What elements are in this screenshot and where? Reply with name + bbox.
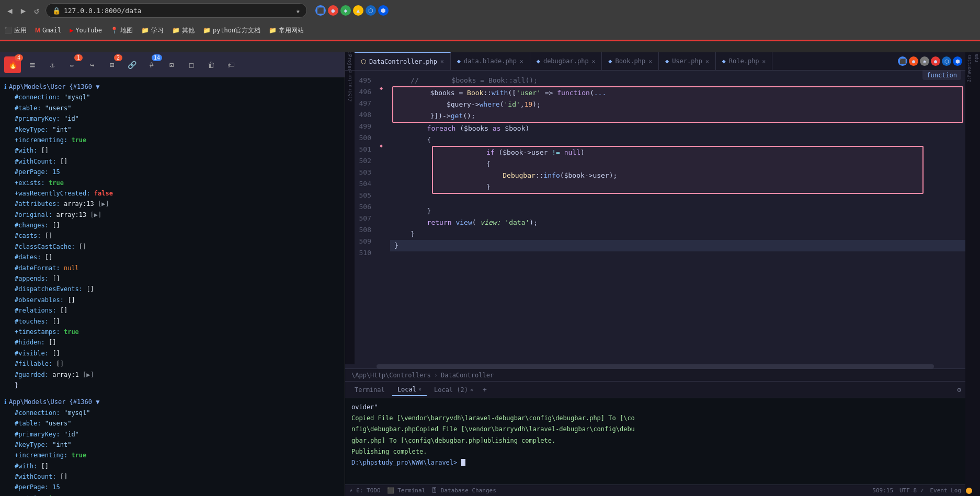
bookmark-study[interactable]: 📁学习: [141, 26, 164, 35]
label-icon-btn[interactable]: 🏷: [223, 56, 240, 73]
reload-button[interactable]: ↺: [32, 4, 41, 18]
bookmark-maps[interactable]: 📍地图: [110, 26, 133, 35]
tab-close-debugbar[interactable]: ✕: [592, 58, 596, 65]
chrome-ext-1[interactable]: ⬛: [898, 56, 907, 66]
tab-close-book[interactable]: ✕: [648, 58, 652, 65]
flame-badge: 4: [15, 54, 23, 61]
edit-icon-btn[interactable]: ✏️ 1: [64, 56, 81, 73]
label-icon: 🏷: [227, 61, 235, 69]
ext-icon-4[interactable]: ▲: [353, 5, 363, 16]
gutter: ◆ ◆: [380, 71, 390, 364]
terminal-tab-local2[interactable]: Local (2) ✕: [429, 384, 478, 396]
code-line-501: if ($book->user != null): [433, 147, 922, 158]
npm-sidebar: npm: [973, 52, 980, 496]
status-event-log[interactable]: Event Log: [930, 487, 961, 494]
tab-role[interactable]: ◆ Role.php ✕: [716, 52, 773, 71]
bookmark-apps[interactable]: ⬛应用: [4, 26, 27, 35]
term-line-1: ovider": [351, 402, 959, 412]
tab-close-user[interactable]: ✕: [705, 58, 709, 65]
horizontal-scrollbar[interactable]: [377, 364, 934, 368]
terminal-tabs: Terminal Local ✕ Local (2) ✕ + ⚙: [345, 382, 965, 398]
tab-label-datacontroller: DataController.php: [369, 58, 437, 65]
line-numbers: 495 496 497 498 499 500 501 502 503 504 …: [355, 71, 380, 364]
code-line-505: [390, 194, 965, 205]
local-tab-close[interactable]: ✕: [418, 386, 421, 392]
terminal-area: Terminal Local ✕ Local (2) ✕ + ⚙ ovider"…: [345, 381, 965, 496]
grid-icon-btn[interactable]: ⊡: [163, 56, 180, 73]
forward-button[interactable]: ▶: [19, 4, 28, 18]
ext-icon-3[interactable]: ◆: [340, 5, 351, 16]
debugbar-panel: 🔥 4 ≡ ⚓ ✏️ 1 ↪ ⊞ 2 🔗: [0, 52, 345, 496]
flame-icon-btn[interactable]: 🔥 4: [4, 56, 21, 73]
tab-close-blade[interactable]: ✕: [520, 58, 523, 65]
tab-data-blade[interactable]: ◆ data.blade.php ✕: [451, 52, 530, 71]
link-icon-btn[interactable]: 🔗: [123, 56, 140, 73]
ext-icon-6[interactable]: ⬢: [378, 5, 389, 16]
url-bar[interactable]: 🔒 127.0.0.1:8000/data ★: [45, 3, 307, 18]
term-line-prompt: D:\phpstudy_pro\WWW\laravel>: [351, 458, 959, 468]
model-header-2: ℹ App\Models\User {#1360 ▼: [4, 397, 340, 407]
edit-icon: ✏️: [70, 61, 74, 69]
terminal-settings-btn[interactable]: ⚙: [957, 386, 961, 394]
code-line-507: return view( view: 'data');: [390, 217, 965, 228]
term-line-2: Copied File [\vendor\barryvdh\laravel-de…: [351, 413, 959, 423]
model-props-1: #connection: "mysql" #table: "users" #pr…: [15, 92, 340, 380]
code-line-504: }: [433, 181, 922, 193]
tab-debugbar[interactable]: ◆ debugbar.php ✕: [530, 52, 602, 71]
anchor-icon-btn[interactable]: ⚓: [44, 56, 61, 73]
square-icon-btn[interactable]: □: [183, 56, 200, 73]
ext-icon-1[interactable]: ⬛: [315, 5, 326, 16]
back-button[interactable]: ◀: [5, 4, 15, 18]
tab-user[interactable]: ◆ User.php ✕: [659, 52, 716, 71]
terminal-add-btn[interactable]: +: [481, 384, 489, 396]
favorites-pin[interactable]: [966, 488, 972, 494]
status-db-changes[interactable]: 🗄 Database Changes: [431, 487, 496, 494]
menu-icon-btn[interactable]: ≡: [24, 56, 41, 73]
chrome-ext-4[interactable]: ●: [931, 56, 940, 66]
tab-icon-blade: ◆: [457, 57, 461, 65]
bookmark-common[interactable]: 📁常用网站: [269, 26, 304, 35]
chrome-ext-6[interactable]: ⬢: [953, 56, 962, 66]
trash-icon-btn[interactable]: 🗑: [203, 56, 220, 73]
breadcrumb-part-2: DataController: [441, 372, 494, 379]
local2-tab-close[interactable]: ✕: [470, 387, 473, 393]
tab-label-user: User.php: [672, 57, 702, 65]
edit-badge: 1: [74, 54, 83, 61]
status-terminal[interactable]: ⬛ Terminal: [387, 487, 426, 494]
chrome-ext-2[interactable]: ●: [909, 56, 918, 66]
stack-icon: ⊞: [110, 61, 114, 69]
link-icon: 🔗: [128, 61, 136, 69]
status-encoding: UTF-8 ✓: [899, 487, 924, 494]
chrome-ext-5[interactable]: ⬡: [942, 56, 951, 66]
structure-label: Z:Structure: [347, 71, 352, 104]
tab-icon-user: ◆: [665, 57, 669, 65]
ext-icon-5[interactable]: ⬡: [366, 5, 376, 16]
chrome-ext-3[interactable]: ✱: [920, 56, 929, 66]
bookmark-gmail[interactable]: MGmail: [35, 27, 61, 34]
terminal-content: ovider" Copied File [\vendor\barryvdh\la…: [345, 398, 965, 485]
ext-icon-2[interactable]: ●: [328, 5, 338, 16]
tab-close-datacontroller[interactable]: ✕: [440, 58, 444, 65]
status-position: 509:15: [872, 487, 893, 494]
main-layout: 🔥 4 ≡ ⚓ ✏️ 1 ↪ ⊞ 2 🔗: [0, 52, 980, 496]
terminal-tab-local[interactable]: Local ✕: [392, 384, 427, 396]
extension-icons: ⬛ ● ◆ ▲ ⬡ ⬢: [315, 5, 389, 16]
tab-datacontroller[interactable]: ⬡ DataController.php ✕: [355, 52, 451, 71]
tag-icon-btn[interactable]: # 14: [143, 56, 160, 73]
bookmark-other[interactable]: 📁其他: [172, 26, 195, 35]
stack-badge: 2: [114, 54, 122, 61]
forward-icon: ↪: [90, 61, 94, 69]
model-class-1: App\Models\User {#1360 ▼: [9, 82, 99, 92]
tab-book[interactable]: ◆ Book.php ✕: [602, 52, 659, 71]
term-line-5: Publishing complete.: [351, 447, 959, 457]
term-line-3: nfig\debugbar.phpCopied File [\vendor\ba…: [351, 424, 959, 434]
code-line-500: {: [390, 134, 965, 146]
tab-close-role[interactable]: ✕: [762, 58, 766, 65]
forward-icon-btn[interactable]: ↪: [84, 56, 100, 73]
stack-icon-btn[interactable]: ⊞ 2: [104, 56, 120, 73]
bookmark-python[interactable]: 📁python官方文档: [203, 26, 260, 35]
bookmark-youtube[interactable]: ▶YouTube: [70, 27, 102, 34]
status-todo[interactable]: ⚡ 6: TODO: [349, 487, 381, 494]
terminal-tab-terminal[interactable]: Terminal: [349, 384, 390, 396]
code-area[interactable]: // $books = Book::all(); $books = Book::…: [390, 71, 965, 364]
